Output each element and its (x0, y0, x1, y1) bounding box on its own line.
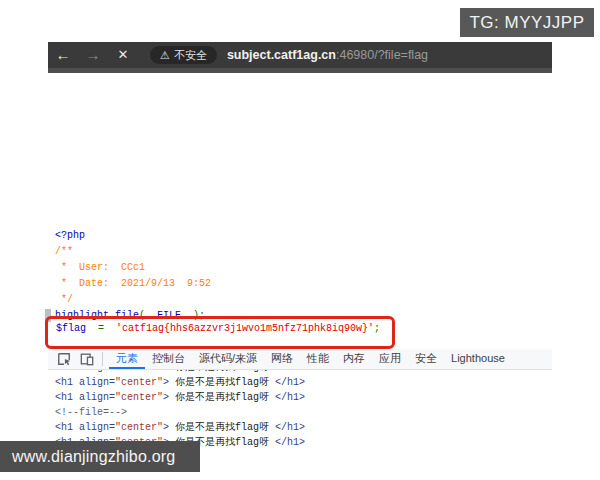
code-line: <h1 align="center"> 你是不是再找flag呀 </h1> (55, 375, 305, 390)
code-line: */ (55, 292, 211, 308)
code-line: /** (55, 244, 211, 260)
devtools-tab-网络[interactable]: 网络 (264, 349, 300, 368)
inspect-element-icon[interactable] (56, 352, 71, 367)
forward-icon[interactable]: → (78, 42, 108, 68)
url-path: :46980/?file=flag (336, 48, 428, 62)
code-line: * User: CCc1 (55, 260, 211, 276)
devtools-tab-性能[interactable]: 性能 (300, 349, 336, 368)
address-bar[interactable]: subject.catf1ag.cn:46980/?file=flag (227, 48, 428, 62)
device-toolbar-icon[interactable] (79, 352, 94, 367)
scrollbar-fragment (45, 309, 51, 322)
browser-toolbar: ← → ✕ ⚠ 不安全 subject.catf1ag.cn:46980/?fi… (48, 42, 552, 68)
toolbar-lower-strip (48, 68, 552, 73)
security-indicator[interactable]: ⚠ 不安全 (150, 46, 217, 64)
php-source-code: <?php/** * User: CCc1 * Date: 2021/9/13 … (55, 228, 211, 324)
html-source-code: <h1 align="center"> 你是不是再找flag呀 </h1><h1… (55, 360, 305, 450)
devtools-tab-控制台[interactable]: 控制台 (145, 349, 192, 368)
back-icon[interactable]: ← (48, 42, 78, 68)
flag-code-line: $flag = 'catf1ag{hhs6azzvr3j1wvo1m5nfz71… (56, 321, 380, 337)
warning-icon: ⚠ (160, 49, 170, 62)
watermark: www.dianjingzhibo.org (0, 441, 200, 472)
telegram-badge: TG: MYYJJPP (460, 8, 594, 37)
url-host: subject.catf1ag.cn (227, 48, 336, 62)
stop-icon[interactable]: ✕ (108, 42, 138, 68)
devtools-tab-Lighthouse[interactable]: Lighthouse (444, 349, 512, 368)
devtools-tab-安全[interactable]: 安全 (408, 349, 444, 368)
code-line: <!--file=--> (55, 405, 305, 420)
devtools-tab-应用[interactable]: 应用 (372, 349, 408, 368)
devtools-tab-源代码/来源[interactable]: 源代码/来源 (192, 349, 264, 368)
devtools-tab-元素[interactable]: 元素 (109, 349, 145, 369)
security-label: 不安全 (174, 48, 207, 63)
devtools-tabs: 元素控制台源代码/来源网络性能内存应用安全Lighthouse (109, 349, 512, 369)
code-line: * Date: 2021/9/13 9:52 (55, 276, 211, 292)
code-line: <h1 align="center"> 你是不是再找flag呀 </h1> (55, 420, 305, 435)
devtools-tab-bar: 元素控制台源代码/来源网络性能内存应用安全Lighthouse (48, 349, 552, 370)
code-line: <?php (55, 228, 211, 244)
devtools-separator (102, 352, 103, 366)
devtools-tab-内存[interactable]: 内存 (336, 349, 372, 368)
code-line: <h1 align="center"> 你是不是再找flag呀 </h1> (55, 390, 305, 405)
code-line: $flag = 'catf1ag{hhs6azzvr3j1wvo1m5nfz71… (56, 321, 380, 337)
